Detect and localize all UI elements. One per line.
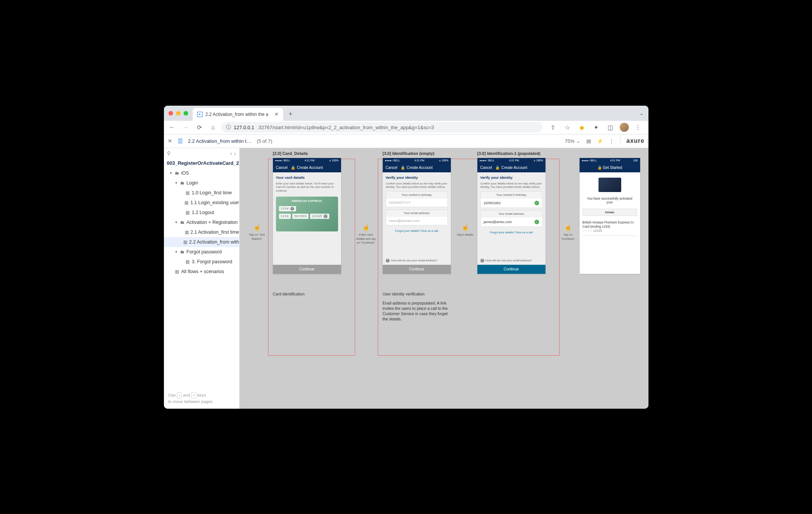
cancel-button[interactable]: Cancel xyxy=(480,166,492,170)
reload-button[interactable]: ⟳ xyxy=(194,122,205,133)
nav-title: Create Account xyxy=(297,166,323,170)
heading: Your card details xyxy=(276,175,338,180)
home-button[interactable]: ⌂ xyxy=(208,122,218,133)
status-bar: ●●●●○ BELL4:21 PM⚹ 100% xyxy=(273,158,341,163)
new-tab-button[interactable]: + xyxy=(285,109,296,120)
heading: Verify your identity xyxy=(386,175,448,180)
tree-folder-login[interactable]: ▾🖿Login xyxy=(164,178,239,188)
browser-window: ▸ 2.2 Activation_from within the a ✕ + ⌄… xyxy=(164,106,648,409)
tree-page-all-flows[interactable]: ▦All flows + scenarios xyxy=(164,267,239,277)
help-icon[interactable]: ? xyxy=(290,207,294,211)
help-icon[interactable]: ? xyxy=(324,214,327,218)
mockup-card-details: ●●●●○ BELL4:21 PM⚹ 100% Cancel🔒Create Ac… xyxy=(273,158,341,274)
date-input[interactable]: 22/06/1952✓ xyxy=(481,198,542,208)
card-info: British Airways Premium Express Cr Card … xyxy=(583,218,637,236)
fullscreen-window-button[interactable] xyxy=(184,111,188,116)
success-text: You have successfully activated your xyxy=(583,197,637,204)
zoom-control[interactable]: 75% ⌄ xyxy=(565,138,580,144)
tree-page-login-existing[interactable]: ▦1.1 Login_existing user xyxy=(164,198,239,208)
close-window-button[interactable] xyxy=(168,111,173,116)
profile-avatar[interactable] xyxy=(620,123,629,132)
browser-tab[interactable]: ▸ 2.2 Activation_from within the a ✕ xyxy=(193,108,283,121)
card-id-field[interactable]: 1234? xyxy=(279,206,296,211)
card-number-field[interactable]: 12345? xyxy=(310,214,329,219)
flow-arrow: ☝Tap on "Get Started" xyxy=(246,224,268,241)
tree-folder-forgot[interactable]: ▾🖿Forgot password xyxy=(164,247,239,257)
tree-page-activation-from-within[interactable]: ▦2.2 Activation_from with xyxy=(164,237,239,247)
flow-arrow: ☝Input details xyxy=(455,224,476,237)
nav-title: Get Started xyxy=(603,166,622,170)
subtext: Enter your card details below. You'll ne… xyxy=(276,182,338,193)
caption: User identity verification Enail address… xyxy=(383,291,451,322)
extension-icon[interactable]: ◆ xyxy=(577,122,587,133)
tree-folder-ios[interactable]: ▾🖿iOS xyxy=(164,168,239,178)
credit-card-graphic: AMERICAN EXPRESS 1234? 1234 567890 12345… xyxy=(276,197,338,231)
folder-icon: 🖿 xyxy=(175,170,180,176)
tree-folder-activation[interactable]: ▾🖿Activation + Registration xyxy=(164,217,239,227)
page-icon: ▦ xyxy=(184,200,189,205)
address-bar[interactable]: ⓘ 127.0.0.1:32767/start.html#id=u1p9rw&p… xyxy=(221,122,542,133)
back-button[interactable]: ← xyxy=(167,122,178,133)
axure-page-title: 2.2 Activation_from within t… xyxy=(188,138,252,144)
close-tab-icon[interactable]: ✕ xyxy=(274,111,279,117)
help-icon[interactable]: ? xyxy=(480,259,484,262)
screen-title: [3.0] Identification (empty) xyxy=(383,151,435,156)
share-icon[interactable]: ⇧ xyxy=(548,122,558,133)
chrome-toolbar: ← → ⟳ ⌂ ⓘ 127.0.0.1:32767/start.html#id=… xyxy=(164,121,648,134)
cancel-button[interactable]: Cancel xyxy=(386,166,397,170)
forgot-details-link[interactable]: Forgot your details? Give us a call xyxy=(386,229,448,233)
tree-page-forgot[interactable]: ▦3. Forgot password xyxy=(164,257,239,267)
card-number-field[interactable]: 1234 xyxy=(279,214,291,219)
close-panel-button[interactable]: ✕ xyxy=(168,138,172,144)
page-icon: ▦ xyxy=(175,269,180,274)
continue-button[interactable]: Continue xyxy=(273,265,341,274)
traffic-lights xyxy=(168,111,188,116)
minimize-window-button[interactable] xyxy=(176,111,181,116)
notes-icon[interactable]: ▤ xyxy=(586,138,591,144)
tap-icon: ☝ xyxy=(455,224,476,232)
left-key-icon: ‹ xyxy=(177,392,182,398)
next-page-button[interactable]: › xyxy=(234,150,236,156)
card-number-field[interactable]: 567890 xyxy=(292,214,309,219)
interactions-icon[interactable]: ⚡ xyxy=(597,138,603,144)
more-icon[interactable]: ⋮ xyxy=(609,138,614,144)
screen-title: [2.0] Card_Details xyxy=(273,151,308,156)
card-brand: AMERICAN EXPRESS xyxy=(279,200,335,202)
forward-button[interactable]: → xyxy=(181,122,191,133)
subtext: Confirm your details below so we may ver… xyxy=(480,182,542,189)
chrome-menu-icon[interactable]: ⋮ xyxy=(633,122,643,133)
menu-icon[interactable]: ☰ xyxy=(178,137,183,145)
forgot-details-link[interactable]: Forgot your details? Give us a call xyxy=(480,231,542,234)
search-icon[interactable]: ⚲ xyxy=(167,150,171,156)
date-input[interactable]: DD/MM/YYYY xyxy=(386,198,447,207)
card-image xyxy=(598,178,621,192)
tabs-dropdown-icon[interactable]: ⌄ xyxy=(639,110,644,116)
folder-icon: 🖿 xyxy=(180,220,185,225)
extensions-icon[interactable]: ✦ xyxy=(591,122,602,133)
flow-arrow: ☝Enter card details and tap on "Continue… xyxy=(355,224,377,245)
details-header: Details xyxy=(583,209,637,216)
tree-page-logout[interactable]: ▦1.2 Logout xyxy=(164,208,239,217)
prototype-canvas[interactable]: [2.0] Card_Details [3.0] Identification … xyxy=(240,148,648,409)
field-label: Your email address xyxy=(481,211,542,217)
email-input[interactable]: name@domain.com xyxy=(386,217,447,225)
email-input[interactable]: james@amex.com✓ xyxy=(481,217,542,227)
tree-page-activation-first[interactable]: ▦2.1 Activation_first time xyxy=(164,227,239,237)
page-tree-sidebar: ⚲ ‹› 003_RegisterOrActivateCard_2 ▾🖿iOS … xyxy=(164,148,240,409)
cancel-button[interactable]: Cancel xyxy=(276,166,288,170)
subtext: Confirm your details below so we may ver… xyxy=(386,182,448,189)
bookmark-icon[interactable]: ☆ xyxy=(562,122,573,133)
nav-bar: Cancel🔒Create Account xyxy=(383,163,451,172)
prev-page-button[interactable]: ‹ xyxy=(230,150,232,156)
nav-bar: Cancel🔒Create Account xyxy=(273,163,341,172)
continue-button[interactable]: Continue xyxy=(477,265,545,274)
tree-label: All flows + scenarios xyxy=(181,269,224,274)
mockup-success: ●●●●○ BELL4:21 PM100 🔒 Get Started You h… xyxy=(580,158,640,274)
screen-body: Your card details Enter your card detail… xyxy=(273,172,341,274)
continue-button[interactable]: Continue xyxy=(383,265,451,274)
site-info-icon[interactable]: ⓘ xyxy=(226,124,231,131)
help-icon[interactable]: ? xyxy=(386,259,390,262)
tree-page-login-first[interactable]: ▦1.0 Login_first time xyxy=(164,188,239,198)
sidepanel-icon[interactable]: ◫ xyxy=(605,122,616,133)
axure-header: ✕ ☰ 2.2 Activation_from within t… (5 of … xyxy=(164,134,648,148)
